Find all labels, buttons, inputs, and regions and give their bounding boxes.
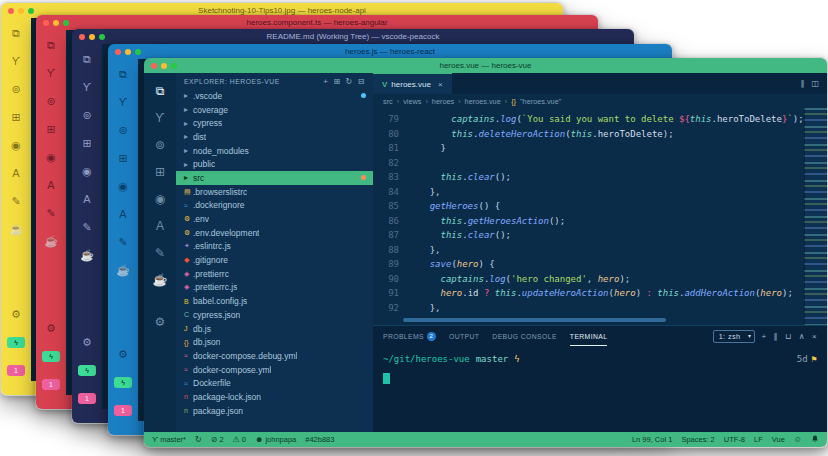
code-line[interactable]: 89 save(hero) { — [373, 257, 827, 272]
collapse-folders-icon[interactable]: ⊟ — [358, 77, 365, 86]
debug-icon[interactable]: ⊚ — [155, 139, 165, 151]
notification-badge[interactable]: 1 — [42, 379, 60, 390]
angular-icon[interactable]: A — [119, 209, 126, 220]
code-line[interactable]: 81 } — [373, 141, 827, 156]
status-item-git-branch[interactable]: ϒmaster* — [152, 435, 186, 444]
status-item-eol[interactable]: LF — [754, 435, 763, 444]
minimize-window-button[interactable] — [89, 34, 95, 40]
close-window-button[interactable] — [115, 49, 121, 55]
panel-tab-output[interactable]: OUTPUT — [449, 326, 479, 346]
settings-gear-icon[interactable]: ⚙ — [46, 323, 56, 334]
breadcrumb-item[interactable]: heroes — [432, 97, 454, 106]
traffic-lights[interactable] — [79, 34, 105, 40]
source-control-icon[interactable]: ϒ — [47, 68, 56, 79]
close-window-button[interactable] — [43, 20, 49, 26]
tree-file-.prettierrc.js[interactable]: ◈.prettierrc.js — [176, 281, 373, 295]
tree-folder-public[interactable]: ▸public — [176, 157, 373, 171]
angular-icon[interactable]: A — [47, 180, 54, 191]
activity-bar[interactable]: ⧉ϒ⊚⊞◉A✎☕ ⚙ ϟ 1 — [36, 30, 66, 395]
status-item-cursor-position[interactable]: Ln 99, Col 1 — [632, 435, 672, 444]
notification-badge[interactable]: 1 — [7, 365, 25, 376]
coffee-icon[interactable]: ☕ — [9, 224, 23, 235]
minimize-window-button[interactable] — [18, 8, 24, 14]
tree-file-Dockerfile[interactable]: ≈Dockerfile — [176, 376, 373, 390]
status-item-warnings[interactable]: ⚠0 — [233, 435, 246, 444]
kill-terminal-icon[interactable]: ⊔ — [785, 332, 792, 341]
coffee-icon[interactable]: ☕ — [116, 265, 130, 276]
github-icon[interactable]: ◉ — [82, 166, 92, 177]
minimize-window-button[interactable] — [161, 63, 167, 69]
tree-folder-dist[interactable]: ▸dist — [176, 130, 373, 144]
files-icon[interactable]: ⧉ — [47, 40, 55, 51]
minimap[interactable] — [804, 108, 827, 325]
tree-folder-.vscode[interactable]: ▸.vscode — [176, 89, 373, 103]
settings-gear-icon[interactable]: ⚙ — [82, 337, 92, 348]
panel-tab-debug-console[interactable]: DEBUG CONSOLE — [492, 326, 557, 346]
debug-icon[interactable]: ⊚ — [46, 96, 55, 107]
split-editor-icon[interactable]: ∥ — [800, 79, 804, 88]
tree-file-docker-compose.debug.yml[interactable]: ≈docker-compose.debug.yml — [176, 349, 373, 363]
traffic-lights[interactable] — [151, 63, 177, 69]
github-icon[interactable]: ◉ — [118, 181, 128, 192]
close-window-button[interactable] — [151, 63, 157, 69]
breadcrumb[interactable]: src›views›heroes›heroes.vue›{}"heroes.vu… — [373, 94, 827, 108]
files-icon[interactable]: ⧉ — [119, 69, 127, 80]
tree-folder-cypress[interactable]: ▸cypress — [176, 116, 373, 130]
add-terminal-icon[interactable]: + — [762, 332, 767, 341]
code-line[interactable]: 92 }, — [373, 301, 827, 316]
new-folder-icon[interactable]: ⊞ — [333, 77, 340, 86]
tree-file-.env.development[interactable]: ⚙.env.development — [176, 226, 373, 240]
status-item-errors[interactable]: ⊘2 — [211, 435, 224, 444]
code-editor[interactable]: 79 captains.log(`You said you want to de… — [373, 108, 827, 325]
close-panel-icon[interactable]: × — [812, 332, 817, 341]
status-item-peacock-color[interactable]: #42b883 — [305, 435, 334, 444]
lightning-badge[interactable]: ϟ — [78, 365, 96, 376]
status-item-encoding[interactable]: UTF-8 — [724, 435, 745, 444]
activity-bar[interactable]: ⧉ϒ⊚⊞◉A✎☕⚙ — [144, 73, 176, 432]
files-icon[interactable]: ⧉ — [12, 28, 20, 39]
notification-badge[interactable]: 1 — [78, 393, 96, 404]
code-line[interactable]: 90 captains.log('hero changed', hero); — [373, 272, 827, 287]
extensions-icon[interactable]: ⊞ — [118, 153, 127, 164]
panel-tab-terminal[interactable]: TERMINAL — [570, 326, 608, 346]
tree-file-db.js[interactable]: Jdb.js — [176, 322, 373, 336]
github-icon[interactable]: ◉ — [11, 140, 21, 151]
activity-bar[interactable]: ⧉ϒ⊚⊞◉A✎☕ ⚙ ϟ 1 — [108, 59, 138, 421]
github-icon[interactable]: ◉ — [46, 152, 56, 163]
zoom-window-button[interactable] — [135, 49, 141, 55]
minimize-window-button[interactable] — [53, 20, 59, 26]
notification-badge[interactable]: 1 — [114, 405, 132, 416]
tree-folder-node_modules[interactable]: ▸node_modules — [176, 144, 373, 158]
source-control-icon[interactable]: ϒ — [12, 56, 21, 67]
debug-icon[interactable]: ⊚ — [11, 84, 20, 95]
angular-icon[interactable]: A — [83, 194, 90, 205]
tree-file-package.json[interactable]: npackage.json — [176, 404, 373, 418]
terminal-content[interactable]: ~/git/heroes-vue master ϟ 5d ⚑ — [373, 346, 827, 432]
zoom-window-button[interactable] — [171, 63, 177, 69]
code-line[interactable]: 83 this.clear(); — [373, 170, 827, 185]
breadcrumb-item[interactable]: "heroes.vue" — [520, 97, 561, 106]
close-tab-icon[interactable]: × — [438, 80, 443, 89]
lightning-badge[interactable]: ϟ — [7, 337, 25, 348]
settings-gear-icon[interactable]: ⚙ — [11, 309, 21, 320]
breadcrumb-item[interactable]: heroes.vue — [465, 97, 501, 106]
panel-tab-problems[interactable]: PROBLEMS2 — [383, 326, 436, 346]
source-control-icon[interactable]: ϒ — [119, 97, 128, 108]
tree-file-.browserslistrc[interactable]: ▤.browserslistrc — [176, 185, 373, 199]
maximize-panel-icon[interactable]: ∧ — [799, 332, 805, 341]
editor-layout-icon[interactable]: ◫ — [811, 79, 819, 88]
code-line[interactable]: 84 }, — [373, 185, 827, 200]
code-line[interactable]: 82 — [373, 156, 827, 171]
zoom-window-button[interactable] — [99, 34, 105, 40]
zoom-window-button[interactable] — [63, 20, 69, 26]
refresh-icon[interactable]: ↻ — [346, 77, 353, 86]
code-line[interactable]: 87 this.clear(); — [373, 228, 827, 243]
code-line[interactable]: 88 }, — [373, 243, 827, 258]
tab-heroes-vue[interactable]: V heroes.vue × — [373, 73, 452, 94]
settings-gear-icon[interactable]: ⚙ — [155, 316, 166, 328]
split-terminal-icon[interactable]: ∥ — [774, 332, 778, 341]
minimize-window-button[interactable] — [125, 49, 131, 55]
tree-folder-coverage[interactable]: ▸coverage — [176, 103, 373, 117]
status-item-feedback[interactable]: ☺ — [794, 435, 802, 444]
code-line[interactable]: 91 hero.id ? this.updateHeroAction(hero)… — [373, 286, 827, 301]
